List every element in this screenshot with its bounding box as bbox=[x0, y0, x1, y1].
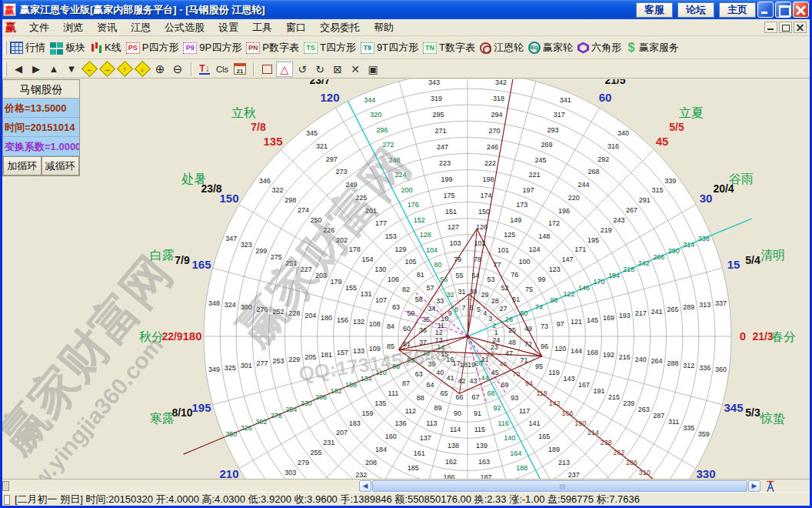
shift-up-button[interactable]: ↑ bbox=[116, 62, 133, 77]
sub-cycle-button[interactable]: 减循环 bbox=[42, 156, 80, 175]
svg-text:60: 60 bbox=[403, 325, 411, 333]
svg-text:264: 264 bbox=[651, 357, 663, 365]
svg-text:77: 77 bbox=[493, 261, 501, 269]
app-logo-icon: 赢 bbox=[3, 3, 16, 16]
menu-item-公式选股[interactable]: 公式选股 bbox=[158, 19, 211, 36]
scroll-thumb[interactable] bbox=[372, 480, 747, 492]
winner-wheel-icon: Big bbox=[528, 42, 541, 54]
svg-text:185: 185 bbox=[408, 464, 419, 472]
forum-button[interactable]: 论坛 bbox=[677, 2, 714, 18]
nav-down-button[interactable]: ▼ bbox=[63, 62, 80, 77]
menu-item-设置[interactable]: 设置 bbox=[211, 19, 245, 36]
svg-text:40: 40 bbox=[436, 369, 444, 376]
svg-text:29: 29 bbox=[481, 291, 488, 299]
nav-right-button[interactable]: ▶ bbox=[28, 62, 45, 77]
nav-up-button[interactable]: ▲ bbox=[45, 62, 62, 77]
9t-square-button[interactable]: T99T四方形 bbox=[361, 41, 418, 55]
9p-square-button[interactable]: P99P四方形 bbox=[183, 41, 241, 55]
add-cycle-button[interactable]: 加循环 bbox=[3, 156, 42, 175]
svg-text:344: 344 bbox=[364, 96, 375, 104]
kline-button[interactable]: K线 bbox=[90, 41, 121, 55]
svg-text:23: 23 bbox=[491, 343, 498, 351]
shrink-icon: ✕ bbox=[351, 63, 360, 75]
zoom-out-button[interactable]: ⊖ bbox=[169, 62, 186, 77]
homepage-button[interactable]: 主页 bbox=[719, 2, 756, 18]
shift-left-button[interactable]: ← bbox=[81, 62, 98, 77]
cls-button[interactable]: Cls bbox=[214, 62, 231, 77]
svg-text:白露: 白露 bbox=[150, 249, 175, 262]
svg-text:160: 160 bbox=[385, 433, 397, 440]
svg-text:345: 345 bbox=[306, 129, 318, 137]
svg-text:218: 218 bbox=[623, 266, 634, 273]
box-select-button[interactable]: ⊠ bbox=[329, 62, 346, 77]
menu-item-浏览[interactable]: 浏览 bbox=[56, 19, 90, 36]
shift-right-icon: → bbox=[98, 61, 115, 77]
triangle-tool-button[interactable]: △ bbox=[276, 62, 293, 77]
svg-text:250: 250 bbox=[311, 216, 322, 224]
quotes-button[interactable]: 行情 bbox=[10, 41, 45, 55]
customer-service-button[interactable]: 客服 bbox=[636, 2, 673, 18]
child-minimize-button[interactable] bbox=[764, 22, 777, 33]
winner-service-button[interactable]: $赢家服务 bbox=[626, 41, 679, 55]
price-field[interactable]: 价格=13.5000 bbox=[3, 99, 79, 118]
svg-text:312: 312 bbox=[683, 362, 694, 369]
p-number-table-button[interactable]: PNP数字表 bbox=[246, 41, 299, 55]
svg-text:28: 28 bbox=[491, 297, 499, 305]
svg-text:254: 254 bbox=[285, 406, 297, 413]
shrink-button[interactable]: ✕ bbox=[347, 62, 364, 77]
chart-area[interactable]: 1234567891011121314151617181920212223242… bbox=[2, 79, 810, 479]
square-tool-button[interactable] bbox=[258, 62, 275, 77]
svg-text:168: 168 bbox=[587, 349, 598, 356]
svg-text:158: 158 bbox=[345, 381, 357, 389]
shift-down-button[interactable]: ↓ bbox=[134, 62, 151, 77]
p-square-button[interactable]: PSP四方形 bbox=[126, 41, 179, 55]
stock-info-panel: 马钢股份 价格=13.5000 时间=20151014 变换系数=1.00000… bbox=[2, 79, 80, 176]
mark-tool-button[interactable]: ▣ bbox=[364, 62, 381, 77]
zoom-in-button[interactable]: ⊕ bbox=[151, 62, 168, 77]
hexagon-button[interactable]: 六角形 bbox=[577, 41, 621, 55]
svg-text:99: 99 bbox=[538, 276, 546, 283]
svg-text:49: 49 bbox=[524, 325, 532, 333]
svg-text:249: 249 bbox=[345, 181, 357, 189]
svg-text:167: 167 bbox=[578, 381, 590, 389]
rotate-ccw-button[interactable]: ↺ bbox=[294, 62, 311, 77]
t-square-button[interactable]: TST四方形 bbox=[304, 41, 356, 55]
p-square-icon: PS bbox=[126, 42, 140, 54]
svg-text:立夏: 立夏 bbox=[679, 106, 704, 119]
menu-item-江恩[interactable]: 江恩 bbox=[124, 19, 158, 36]
scroll-left-button[interactable]: ◀ bbox=[359, 480, 371, 492]
winner-wheel-button[interactable]: Big赢家轮 bbox=[528, 41, 573, 55]
menu-item-工具[interactable]: 工具 bbox=[245, 19, 279, 36]
horizontal-scrollbar[interactable]: ◀ ▶ bbox=[359, 480, 760, 492]
rotate-cw-button[interactable]: ↻ bbox=[311, 62, 328, 77]
menu-item-帮助[interactable]: 帮助 bbox=[367, 19, 401, 36]
main-toolbar: 行情板块K线PSP四方形P99P四方形PNP数字表TST四方形T99T四方形TN… bbox=[2, 37, 810, 59]
coefficient-field[interactable]: 变换系数=1.00000 bbox=[3, 137, 79, 156]
winner-wheel-button-label: 赢家轮 bbox=[543, 41, 573, 55]
svg-text:114: 114 bbox=[450, 426, 461, 433]
9p-square-button-label: 9P四方形 bbox=[199, 41, 241, 55]
svg-text:3: 3 bbox=[488, 315, 492, 323]
minimize-button[interactable] bbox=[757, 2, 774, 18]
calendar-button[interactable]: 21 bbox=[231, 62, 248, 77]
child-restore-button[interactable] bbox=[779, 22, 792, 33]
shift-right-button[interactable]: → bbox=[98, 62, 115, 77]
splitter-box[interactable] bbox=[2, 481, 9, 491]
svg-text:279: 279 bbox=[298, 459, 309, 466]
svg-text:231: 231 bbox=[323, 439, 334, 446]
scroll-right-button[interactable]: ▶ bbox=[748, 480, 760, 492]
time-shift-button[interactable]: T↓ bbox=[196, 62, 213, 77]
sectors-button[interactable]: 板块 bbox=[50, 41, 85, 55]
menu-item-资讯[interactable]: 资讯 bbox=[90, 19, 124, 36]
t-number-table-button[interactable]: TNT数字表 bbox=[423, 41, 475, 55]
maximize-button[interactable] bbox=[775, 2, 791, 18]
time-field[interactable]: 时间=20151014 bbox=[3, 118, 79, 137]
menu-item-窗口[interactable]: 窗口 bbox=[279, 19, 313, 36]
gann-wheel-button[interactable]: 江恩轮 bbox=[480, 41, 524, 55]
child-close-button[interactable] bbox=[794, 22, 807, 33]
menu-item-交易委托[interactable]: 交易委托 bbox=[313, 19, 367, 36]
nav-left-button[interactable]: ◀ bbox=[10, 62, 27, 77]
menu-item-文件[interactable]: 文件 bbox=[22, 19, 56, 36]
status-panel-icon[interactable] bbox=[4, 495, 10, 505]
close-button[interactable] bbox=[793, 2, 809, 18]
